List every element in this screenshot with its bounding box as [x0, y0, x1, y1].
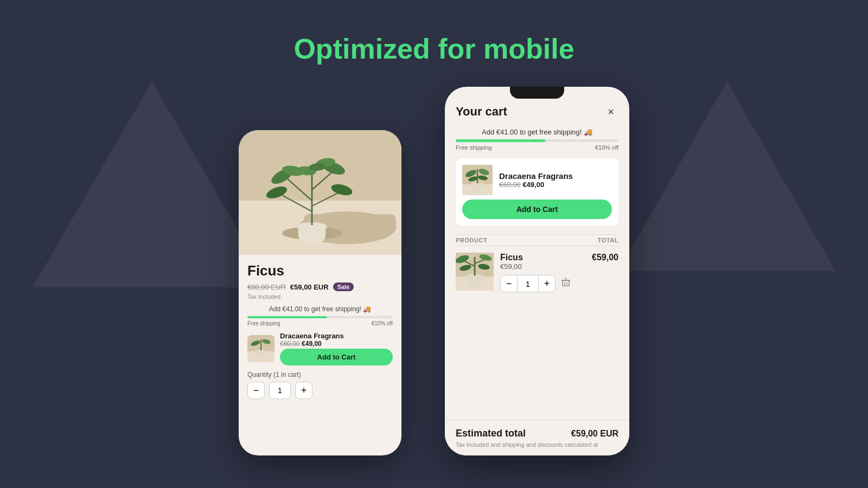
product-content: Ficus €80,00 EUR €59,00 EUR Sale Tax inc…: [239, 255, 401, 407]
upsell-add-to-cart-button[interactable]: Add to Cart: [280, 349, 393, 365]
cart-upsell-add-to-cart-button[interactable]: Add to Cart: [462, 200, 612, 219]
phones-container: Ficus €80,00 EUR €59,00 EUR Sale Tax inc…: [239, 87, 629, 466]
product-image: [239, 130, 401, 255]
estimated-total-label: Estimated total: [456, 428, 526, 439]
cart-upsell-info: Dracaena Fragrans €60,00 €49,00: [499, 171, 612, 189]
cart-item-name: Ficus: [500, 253, 585, 262]
phone-left: Ficus €80,00 EUR €59,00 EUR Sale Tax inc…: [239, 130, 401, 455]
bg-decoration-right: [618, 81, 835, 271]
trash-icon: [561, 278, 571, 287]
cart-upsell-price-old: €60,00: [499, 181, 521, 189]
cart-item-controls: − 1 +: [500, 275, 585, 292]
bg-decoration-left: [33, 81, 271, 287]
shipping-banner: Add €41.00 to get free shipping! 🚚: [247, 305, 393, 313]
cart-upsell-price-new: €49,00: [522, 181, 544, 189]
quantity-decrement-button[interactable]: −: [247, 382, 265, 399]
cart-footer: Estimated total €59,00 EUR Tax included …: [445, 420, 629, 455]
phone-right: Your cart × Add €41.00 to get free shipp…: [445, 87, 629, 455]
sale-badge: Sale: [333, 282, 354, 291]
upsell-prices: €60,00 €49,00: [280, 340, 393, 348]
cart-tax-note: Tax included and shipping and discounts …: [456, 441, 618, 448]
progress-bar-fill: [247, 316, 327, 318]
cart-table-header: PRODUCT TOTAL: [456, 234, 618, 246]
total-col-header: TOTAL: [598, 237, 618, 243]
cart-upsell-item: Dracaena Fragrans €60,00 €49,00: [462, 165, 612, 195]
cart-estimated-row: Estimated total €59,00 EUR: [456, 428, 618, 439]
cart-quantity-controls: − 1 +: [500, 275, 556, 292]
progress-bar: [247, 316, 393, 318]
quantity-row: − 1 +: [247, 382, 393, 399]
tax-info: Tax included.: [247, 293, 393, 300]
cart-upsell-image: [462, 165, 493, 195]
cart-title: Your cart: [456, 105, 507, 119]
product-name: Ficus: [247, 262, 393, 279]
price-original: €80,00 EUR: [247, 283, 286, 291]
cart-upsell-name: Dracaena Fragrans: [499, 171, 612, 181]
cart-progress-fill: [456, 139, 545, 142]
cart-item: Ficus €59,00 − 1 +: [456, 253, 618, 292]
cart-upsell-section: Dracaena Fragrans €60,00 €49,00 Add to C…: [456, 158, 618, 226]
upsell-info: Dracaena Fragrans €60,00 €49,00 Add to C…: [280, 332, 393, 365]
cart-qty-value: 1: [518, 275, 538, 292]
page-title: Optimized for mobile: [0, 0, 868, 65]
cart-item-info: Ficus €59,00 − 1 +: [500, 253, 585, 292]
cart-item-delete-button[interactable]: [561, 278, 571, 290]
cart-progress-labels: Free shipping €10% off: [456, 144, 618, 151]
cart-progress-bar: [456, 139, 618, 142]
cart-content: Your cart × Add €41.00 to get free shipp…: [445, 87, 629, 455]
upsell-image: [247, 335, 275, 362]
estimated-total-value: €59,00 EUR: [571, 429, 618, 439]
quantity-label: Quantity (1 in cart): [247, 371, 393, 378]
cart-shipping-banner: Add €41.00 to get free shipping! 🚚: [456, 128, 618, 136]
discount-label: €10% off: [372, 320, 393, 326]
quantity-value: 1: [269, 382, 291, 399]
price-row: €80,00 EUR €59,00 EUR Sale: [247, 282, 393, 291]
product-col-header: PRODUCT: [456, 237, 487, 243]
upsell-item: Dracaena Fragrans €60,00 €49,00 Add to C…: [247, 332, 393, 365]
cart-item-total: €59,00: [592, 253, 618, 262]
cart-upsell-prices: €60,00 €49,00: [499, 181, 612, 189]
upsell-price-new: €49,00: [302, 340, 322, 348]
cart-item-image: [456, 253, 494, 291]
cart-header: Your cart ×: [456, 104, 618, 119]
cart-qty-decrement-button[interactable]: −: [500, 275, 518, 292]
cart-item-price: €59,00: [500, 262, 585, 271]
upsell-name: Dracaena Fragrans: [280, 332, 393, 340]
plant-image-svg: [239, 130, 401, 255]
progress-labels: Free shipping €10% off: [247, 320, 393, 326]
cart-qty-increment-button[interactable]: +: [538, 275, 556, 292]
quantity-increment-button[interactable]: +: [295, 382, 312, 399]
cart-close-button[interactable]: ×: [603, 104, 618, 119]
cart-free-shipping-label: Free shipping: [456, 144, 492, 151]
cart-discount-label: €10% off: [595, 144, 618, 151]
svg-rect-43: [563, 280, 569, 286]
phone-notch: [510, 87, 564, 99]
free-shipping-label: Free shipping: [247, 320, 280, 326]
upsell-price-old: €60,00: [280, 340, 300, 348]
price-sale: €59,00 EUR: [290, 283, 329, 291]
